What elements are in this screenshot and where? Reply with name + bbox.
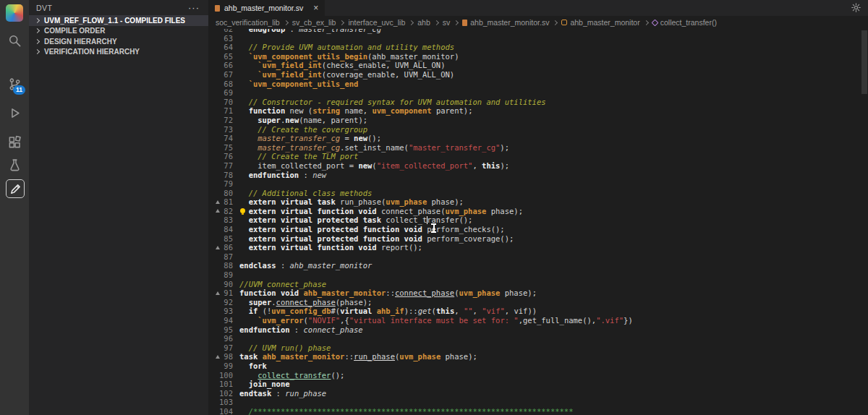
code-line-text[interactable]: endclass : ahb_master_monitor	[239, 261, 372, 270]
code-line-text[interactable]: extern virtual function void report();	[239, 243, 422, 252]
code-line-text[interactable]: master_transfer_cg = new();	[239, 134, 381, 143]
code-line-text[interactable]: endfunction : connect_phase	[239, 325, 363, 335]
code-line-text[interactable]: /***************************************…	[239, 407, 574, 415]
line-number[interactable]: 104	[208, 407, 233, 415]
code-line[interactable]: 78 endfunction : new	[208, 171, 868, 180]
extern-marker-icon[interactable]	[216, 200, 220, 204]
code-line-text[interactable]: extern virtual protected function void p…	[239, 225, 505, 234]
code-line-text[interactable]: item_collected_port = new("item_collecte…	[239, 161, 509, 171]
sidebar-item[interactable]: DESIGN HIERARCHY	[29, 36, 208, 47]
sidebar-item[interactable]: UVM_REF_FLOW_1.1 - COMPILED FILES	[29, 15, 208, 26]
line-number[interactable]: 69	[208, 88, 233, 98]
extern-marker-icon[interactable]	[216, 246, 220, 249]
code-line[interactable]: 68 `uvm_component_utils_end	[208, 80, 868, 89]
code-line-text[interactable]: function new (string name, uvm_component…	[239, 106, 472, 116]
line-number[interactable]: 87	[208, 252, 233, 262]
code-line[interactable]: 64 // Provide UVM automation and utility…	[208, 43, 868, 52]
line-number[interactable]: 97	[208, 343, 233, 353]
code-line[interactable]: 76 // Create the TLM port	[208, 152, 868, 161]
line-number[interactable]: 66	[208, 61, 233, 70]
code-line[interactable]: 92 super.connect_phase(phase);	[208, 298, 868, 307]
extern-marker-icon[interactable]	[216, 355, 220, 359]
line-number[interactable]: 99	[208, 361, 233, 371]
code-line-text[interactable]: master_transfer_cg.set_inst_name("master…	[239, 143, 509, 153]
line-number[interactable]: 70	[208, 98, 233, 107]
code-line-text[interactable]: // UVM run() phase	[239, 343, 331, 353]
code-line[interactable]: 70 // Constructor - required syntax for …	[208, 98, 868, 107]
line-number[interactable]: 78	[208, 171, 233, 180]
line-number[interactable]: 90	[208, 280, 233, 289]
code-line[interactable]: 69	[208, 88, 868, 98]
code-line[interactable]: 101 join_none	[208, 380, 868, 389]
code-line[interactable]: 71 function new (string name, uvm_compon…	[208, 106, 868, 116]
tab-close-icon[interactable]: ×	[313, 3, 318, 13]
breadcrumb-item[interactable]: sv_cb_ex_lib	[292, 18, 336, 27]
code-line-text[interactable]: // Provide UVM automation and utility me…	[239, 43, 454, 52]
code-line-text[interactable]: collect_transfer();	[239, 371, 344, 380]
line-number[interactable]: 92	[208, 298, 233, 307]
code-line[interactable]: 99 fork	[208, 361, 868, 371]
dvt-logo[interactable]	[6, 4, 23, 22]
code-line[interactable]: 104 /***********************************…	[208, 407, 868, 415]
code-line[interactable]: 67 `uvm_field_int(coverage_enable, UVM_A…	[208, 70, 868, 80]
line-number[interactable]: 91	[208, 288, 233, 298]
code-line-text[interactable]: `uvm_component_utils_begin(ahb_master_mo…	[239, 52, 459, 61]
code-line[interactable]: 85 extern virtual protected function voi…	[208, 234, 868, 244]
code-line-text[interactable]: `uvm_component_utils_end	[239, 80, 358, 89]
code-line-text[interactable]: super.connect_phase(phase);	[239, 298, 372, 307]
line-number[interactable]: 79	[208, 179, 233, 189]
line-number[interactable]: 85	[208, 234, 233, 244]
tab-ahb-master-monitor[interactable]: ahb_master_monitor.sv ×	[208, 0, 325, 16]
line-number[interactable]: 98	[208, 352, 233, 361]
line-number[interactable]: 81	[208, 197, 233, 207]
code-line-text[interactable]: endtask : run_phase	[239, 389, 326, 398]
line-number[interactable]: 65	[208, 52, 233, 61]
line-number[interactable]: 80	[208, 189, 233, 198]
breadcrumb-item[interactable]: ahb	[417, 18, 430, 27]
code-line-text[interactable]: //UVM connect_phase	[239, 280, 326, 289]
code-line-text[interactable]: // Additional class methods	[239, 189, 372, 198]
code-line-text[interactable]: // Create the TLM port	[239, 152, 358, 161]
code-line[interactable]: 98task ahb_master_monitor::run_phase(uvm…	[208, 352, 868, 361]
dvt-tools-icon[interactable]	[6, 179, 25, 198]
code-line-text[interactable]: extern virtual function void connect_pha…	[239, 207, 523, 216]
code-line[interactable]: 84 extern virtual protected function voi…	[208, 225, 868, 234]
code-area[interactable]: 62 endgroup : master_transfer_cg6364 // …	[208, 25, 868, 415]
line-number[interactable]: 101	[208, 380, 233, 389]
code-line-text[interactable]: extern virtual protected task collect_tr…	[239, 215, 472, 225]
line-number[interactable]: 84	[208, 225, 233, 234]
extern-marker-icon[interactable]	[216, 291, 220, 295]
editor-scrollbar-thumb[interactable]	[861, 30, 867, 94]
code-line[interactable]: 87	[208, 252, 868, 262]
code-line[interactable]: 80 // Additional class methods	[208, 189, 868, 198]
line-number[interactable]: 64	[208, 43, 233, 52]
code-line[interactable]: 73 // Create the covergroup	[208, 125, 868, 134]
line-number[interactable]: 77	[208, 161, 233, 171]
code-line-text[interactable]: extern virtual protected function void p…	[239, 234, 514, 244]
code-line[interactable]: 77 item_collected_port = new("item_colle…	[208, 161, 868, 171]
line-number[interactable]: 73	[208, 125, 233, 134]
editor-settings-gear-icon[interactable]	[851, 2, 862, 14]
run-debug-icon[interactable]	[6, 104, 23, 121]
line-number[interactable]: 89	[208, 270, 233, 280]
code-line[interactable]: 89	[208, 270, 868, 280]
line-number[interactable]: 100	[208, 371, 233, 380]
extern-marker-icon[interactable]	[216, 209, 220, 213]
code-line[interactable]: 63	[208, 34, 868, 43]
line-number[interactable]: 82	[208, 207, 233, 216]
breadcrumb-item[interactable]: interface_uvc_lib	[348, 18, 405, 27]
source-control-icon[interactable]: 11	[6, 75, 23, 93]
code-line[interactable]: 95endfunction : connect_phase	[208, 325, 868, 335]
code-line[interactable]: 91function void ahb_master_monitor::conn…	[208, 288, 868, 298]
line-number[interactable]: 86	[208, 243, 233, 252]
line-number[interactable]: 103	[208, 398, 233, 407]
code-line[interactable]: 94 `uvm_error("NOVIF",{"virtual interfac…	[208, 316, 868, 325]
line-number[interactable]: 88	[208, 261, 233, 270]
code-line-text[interactable]: if (!uvm_config_db#(virtual ahb_if)::get…	[239, 307, 537, 316]
more-actions-icon[interactable]: ···	[188, 2, 200, 13]
line-number[interactable]: 102	[208, 389, 233, 398]
line-number[interactable]: 74	[208, 134, 233, 143]
code-line-text[interactable]: // Constructor - required syntax for UVM…	[239, 98, 546, 107]
code-line[interactable]: 100 collect_transfer();	[208, 371, 868, 380]
code-line[interactable]: 81 extern virtual task run_phase(uvm_pha…	[208, 197, 868, 207]
